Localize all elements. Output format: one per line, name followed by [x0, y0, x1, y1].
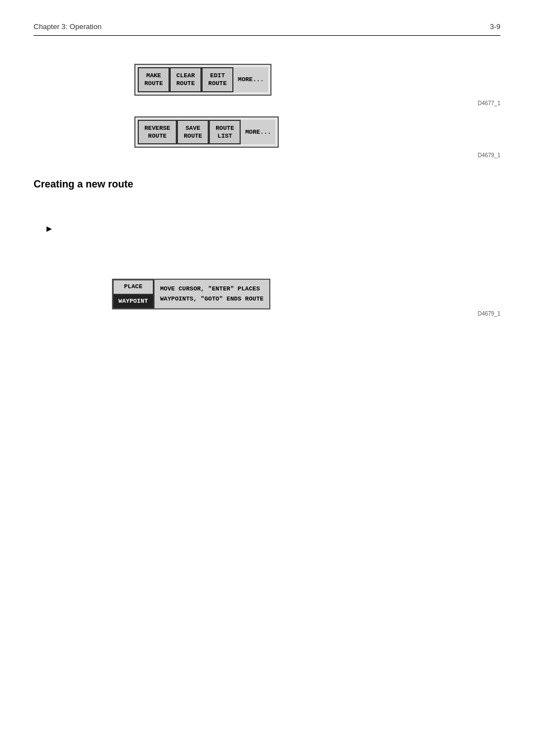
screen3-figure-id: D4679_1 [112, 311, 500, 317]
screen3-left-col: PLACE WAYPOINT [113, 280, 154, 308]
waypoint-cell: WAYPOINT [113, 294, 153, 308]
screens-container: MAKEROUTE CLEARROUTE EDITROUTE MORE... D… [134, 64, 500, 158]
section-heading: Creating a new route [34, 179, 500, 190]
place-cell: PLACE [113, 280, 153, 294]
route-list-btn[interactable]: ROUTELIST [209, 120, 241, 145]
more-btn-2[interactable]: MORE... [241, 120, 275, 145]
screen3-mockup: PLACE WAYPOINT MOVE CURSOR, "ENTER" PLAC… [112, 279, 270, 309]
screen3-line2: WAYPOINTS, "GOTO" ENDS ROUTE [160, 294, 264, 304]
arrow-bullet: ► [45, 224, 500, 234]
make-route-btn[interactable]: MAKEROUTE [138, 67, 170, 92]
screen2-mockup: REVERSEROUTE SAVEROUTE ROUTELIST MORE... [134, 116, 279, 148]
screen2-container: REVERSEROUTE SAVEROUTE ROUTELIST MORE...… [134, 116, 500, 159]
screen3-right-text: MOVE CURSOR, "ENTER" PLACES WAYPOINTS, "… [154, 280, 269, 308]
more-btn-1[interactable]: MORE... [233, 67, 268, 92]
screen2-figure-id: D4679_1 [134, 152, 500, 158]
screen2-inner: REVERSEROUTE SAVEROUTE ROUTELIST MORE... [138, 120, 275, 145]
screen1-inner: MAKEROUTE CLEARROUTE EDITROUTE MORE... [138, 67, 268, 92]
screen1-mockup: MAKEROUTE CLEARROUTE EDITROUTE MORE... [134, 64, 271, 96]
page-header: Chapter 3: Operation 3-9 [0, 0, 534, 31]
save-route-btn[interactable]: SAVEROUTE [177, 120, 209, 145]
screen3-line1: MOVE CURSOR, "ENTER" PLACES [160, 284, 264, 294]
edit-route-btn[interactable]: EDITROUTE [202, 67, 233, 92]
clear-route-btn[interactable]: CLEARROUTE [170, 67, 202, 92]
screen3-container: PLACE WAYPOINT MOVE CURSOR, "ENTER" PLAC… [112, 279, 500, 317]
screen1-container: MAKEROUTE CLEARROUTE EDITROUTE MORE... D… [134, 64, 500, 106]
page-number: 3-9 [490, 22, 500, 31]
chapter-label: Chapter 3: Operation [34, 22, 101, 31]
screen1-figure-id: D4677_1 [134, 100, 500, 106]
content: MAKEROUTE CLEARROUTE EDITROUTE MORE... D… [0, 36, 534, 317]
reverse-route-btn[interactable]: REVERSEROUTE [138, 120, 177, 145]
